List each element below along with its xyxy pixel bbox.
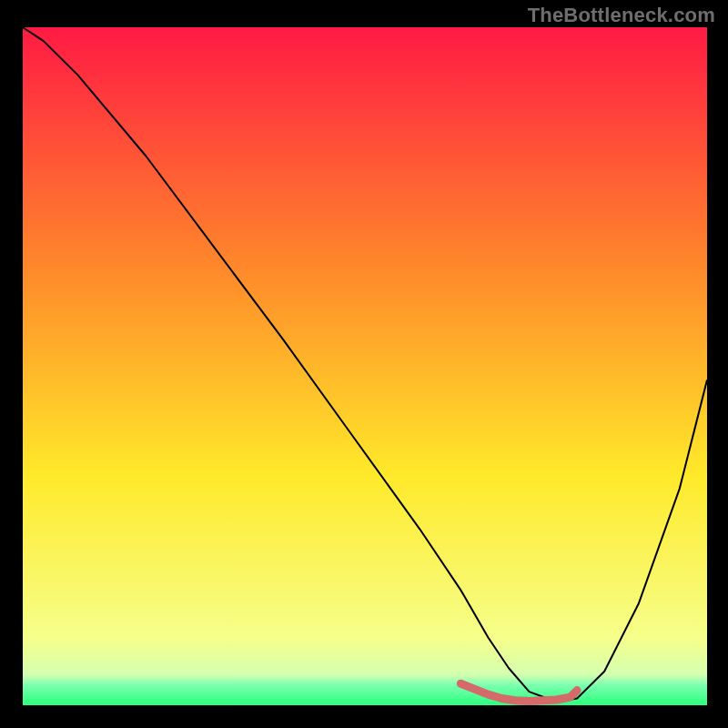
chart-frame: TheBottleneck.com (0, 0, 728, 728)
plot-background (23, 27, 707, 705)
chart-svg (0, 0, 728, 728)
